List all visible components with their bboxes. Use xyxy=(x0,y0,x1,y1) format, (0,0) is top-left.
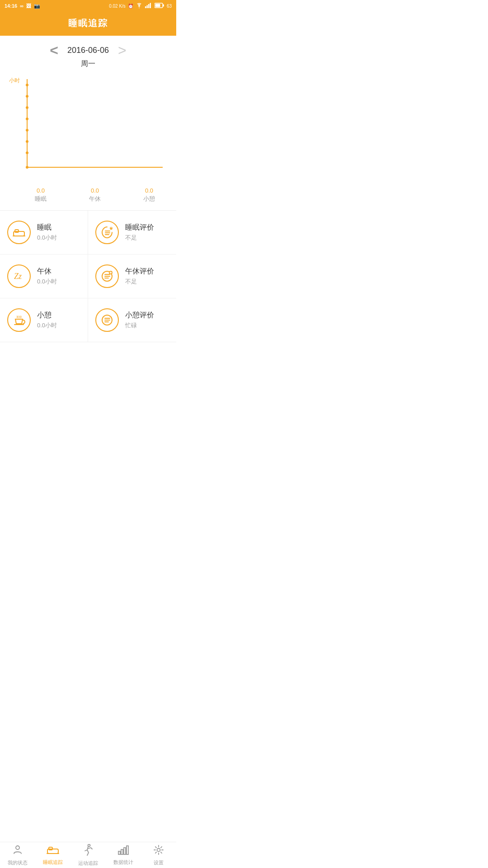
svg-rect-4 xyxy=(150,3,151,9)
battery-icon xyxy=(155,3,164,9)
wifi-icon xyxy=(136,3,143,9)
status-bar: 14:16 ∞ 🖼 📷 0.02 K/s ⏰ xyxy=(0,0,176,12)
nap-label: 午休 xyxy=(37,267,57,276)
nap-eval-icon xyxy=(95,264,119,288)
svg-point-18 xyxy=(26,129,28,132)
svg-point-12 xyxy=(26,95,28,98)
svg-rect-1 xyxy=(145,6,146,8)
y-axis-label: 小时 xyxy=(9,77,20,85)
sleep-value: 0.0小时 xyxy=(37,234,57,242)
rest-icon xyxy=(7,308,31,332)
sleep-icon xyxy=(7,221,31,244)
sleep-card[interactable]: 睡眠 0.0小时 xyxy=(0,211,88,255)
sleep-eval-text: 睡眠评价 不足 xyxy=(125,223,154,242)
svg-rect-7 xyxy=(155,4,160,7)
svg-point-16 xyxy=(26,118,28,120)
nap-icon: Zz xyxy=(7,264,31,288)
alarm-icon: ⏰ xyxy=(128,4,133,9)
prev-date-button[interactable]: < xyxy=(50,43,58,57)
nap-eval-card[interactable]: 午休评价 不足 xyxy=(88,255,176,298)
app-header: 睡眠追踪 xyxy=(0,12,176,36)
current-date: 2016-06-06 xyxy=(67,46,109,55)
nap-info-text: 午休 0.0小时 xyxy=(37,267,57,286)
svg-point-22 xyxy=(26,151,28,154)
nap-eval-text: 午休评价 不足 xyxy=(125,267,154,286)
rest-value: 0.0小时 xyxy=(37,321,57,330)
chart-x-nap: 0.0 午休 xyxy=(68,187,122,203)
date-navigation: < 2016-06-06 > 周一 xyxy=(0,36,176,72)
svg-rect-3 xyxy=(148,4,150,8)
nap-eval-value: 不足 xyxy=(125,278,154,286)
svg-rect-2 xyxy=(146,5,148,9)
status-time: 14:16 xyxy=(5,3,17,9)
rest-eval-label: 小憩评价 xyxy=(125,311,154,320)
rest-label: 小憩 xyxy=(37,311,57,320)
rest-eval-icon xyxy=(95,308,119,332)
sleep-eval-label: 睡眠评价 xyxy=(125,223,154,232)
svg-point-24 xyxy=(26,166,28,169)
rest-card[interactable]: 小憩 0.0小时 xyxy=(0,298,88,342)
image-icon: 🖼 xyxy=(26,3,31,9)
rest-eval-value: 忙碌 xyxy=(125,321,154,330)
nap-value: 0.0小时 xyxy=(37,278,57,286)
svg-rect-6 xyxy=(163,5,164,7)
status-right: 0.02 K/s ⏰ 63 xyxy=(109,3,172,9)
sleep-label: 睡眠 xyxy=(37,223,57,232)
rest-eval-card[interactable]: 小憩评价 忙碌 xyxy=(88,298,176,342)
camera-icon: 📷 xyxy=(34,3,40,9)
chart-x-labels: 0.0 睡眠 0.0 午休 0.0 小憩 xyxy=(0,187,176,203)
page-title: 睡眠追踪 xyxy=(68,18,108,28)
chart-svg: 14 12 10 8 6 4 2 xyxy=(23,77,167,176)
sleep-info-text: 睡眠 0.0小时 xyxy=(37,223,57,242)
signal-icon xyxy=(145,3,152,9)
status-left: 14:16 ∞ 🖼 📷 xyxy=(5,3,40,9)
rest-eval-text: 小憩评价 忙碌 xyxy=(125,311,154,330)
infinity-icon: ∞ xyxy=(20,3,23,9)
next-date-button[interactable]: > xyxy=(118,43,127,57)
sleep-chart: 小时 14 12 10 8 6 4 2 xyxy=(9,77,167,185)
nap-eval-label: 午休评价 xyxy=(125,267,154,276)
svg-point-20 xyxy=(26,140,28,143)
nap-card[interactable]: Zz 午休 0.0小时 xyxy=(0,255,88,298)
battery-percent: 63 xyxy=(167,4,172,9)
rest-info-text: 小憩 0.0小时 xyxy=(37,311,57,330)
svg-point-10 xyxy=(26,84,28,86)
svg-point-14 xyxy=(26,106,28,109)
chart-x-sleep: 0.0 睡眠 xyxy=(14,187,68,203)
info-grid: 睡眠 0.0小时 睡眠评价 不足 Zz 午休 xyxy=(0,211,176,342)
sleep-eval-value: 不足 xyxy=(125,234,154,242)
day-of-week: 周一 xyxy=(81,59,95,69)
sleep-eval-card[interactable]: 睡眠评价 不足 xyxy=(88,211,176,255)
chart-x-rest: 0.0 小憩 xyxy=(122,187,176,203)
network-speed: 0.02 K/s xyxy=(109,4,126,9)
sleep-eval-icon xyxy=(95,221,119,244)
svg-text:Zz: Zz xyxy=(14,272,22,281)
